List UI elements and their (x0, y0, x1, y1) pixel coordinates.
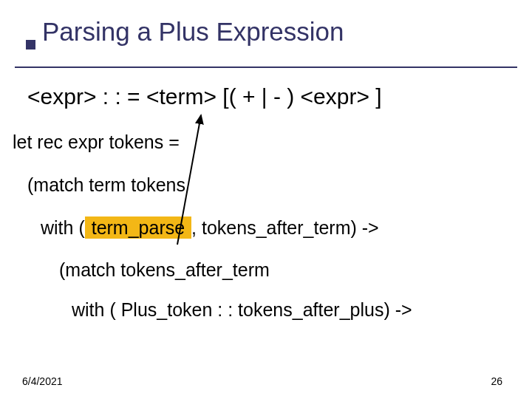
code-line-3-pre: with ( (41, 217, 85, 238)
footer-page-number: 26 (491, 375, 502, 387)
code-line-3-post: , tokens_after_term) -> (191, 217, 379, 238)
code-line-2: (match term tokens (27, 173, 412, 198)
code-highlight-term-parse: term_parse (85, 216, 191, 239)
footer-date: 6/4/2021 (22, 375, 63, 387)
slide: Parsing a Plus Expression <expr> : : = <… (0, 0, 532, 399)
code-line-4: (match tokens_after_term (59, 258, 412, 283)
code-line-3: with ( term_parse , tokens_after_term) -… (41, 216, 412, 241)
code-line-1: let rec expr tokens = (13, 130, 412, 155)
title-divider (15, 66, 517, 68)
code-line-5: with ( Plus_token : : tokens_after_plus)… (72, 298, 412, 323)
slide-body: <expr> : : = <term> [( + | - ) <expr> ] … (4, 84, 412, 323)
code-block: let rec expr tokens = (match term tokens… (4, 130, 412, 323)
slide-title: Parsing a Plus Expression (42, 17, 344, 47)
title-row: Parsing a Plus Expression (26, 13, 344, 50)
title-bullet-icon (26, 40, 35, 50)
grammar-rule: <expr> : : = <term> [( + | - ) <expr> ] (27, 84, 412, 109)
